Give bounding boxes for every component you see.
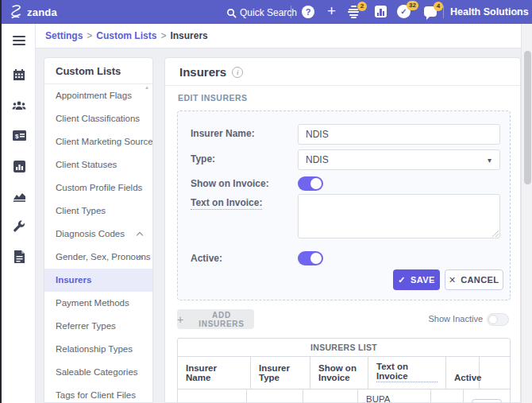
list-item-gender-sex-pronouns[interactable]: Gender, Sex, Pronouns (44, 246, 152, 269)
search-icon[interactable] (226, 7, 237, 21)
list-item-client-classifications[interactable]: Client Classifications (44, 107, 152, 130)
topbar: zanda Quick Search ? + 2 ✓ 32 4 Health S… (0, 0, 532, 24)
breadcrumb-separator: > (160, 30, 166, 41)
svg-text:$: $ (15, 132, 19, 139)
scrollbar-thumb[interactable] (524, 51, 531, 184)
add-insurers-button[interactable]: + ADD INSURERS (177, 309, 254, 329)
breadcrumb-current: Insurers (170, 30, 207, 41)
add-icon[interactable]: + (327, 3, 336, 19)
help-icon[interactable]: ? (302, 6, 314, 18)
breadcrumb: Settings > Custom Lists > Insurers (36, 24, 532, 48)
insurer-name-label: Insurer Name: (191, 128, 255, 139)
insurers-table-title: INSURERS LIST (178, 339, 510, 356)
save-button[interactable]: ✓ SAVE (393, 269, 440, 290)
close-icon: × (449, 275, 457, 285)
window-edge (0, 0, 2, 403)
messages-badge: 4 (434, 2, 443, 11)
list-item-client-statuses[interactable]: Client Statuses (44, 153, 152, 176)
cell-text-on-invoice: BUPA provider number: (358, 389, 431, 403)
col-text-on-invoice: Text on Invoice (368, 357, 446, 389)
resize-handle-icon[interactable] (492, 231, 499, 237)
list-item-payment-methods[interactable]: Payment Methods (44, 292, 152, 315)
cell-show-on-invoice: Yes (303, 389, 358, 403)
app-window: zanda Quick Search ? + 2 ✓ 32 4 Health S… (0, 0, 532, 403)
list-item-relationship-types[interactable]: Relationship Types (44, 338, 152, 361)
plus-icon: + (177, 313, 184, 326)
list-item-referrer-types[interactable]: Referrer Types (44, 315, 152, 338)
cancel-button[interactable]: × CANCEL (445, 269, 503, 290)
save-button-label: SAVE (411, 275, 435, 285)
active-label: Active: (191, 253, 222, 264)
list-item-client-types[interactable]: Client Types (44, 200, 152, 223)
col-insurer-name: Insurer Name (178, 357, 251, 389)
col-text-on-invoice-label: Text on Invoice (376, 362, 438, 382)
cell-insurer-type: Standard (247, 389, 303, 403)
col-insurer-type: Insurer Type (251, 357, 310, 389)
page-title: Insurers (179, 65, 226, 79)
type-select-value: NDIS (306, 154, 329, 165)
list-item-diagnosis-codes[interactable]: Diagnosis Codes (44, 223, 152, 246)
billing-icon[interactable]: $ (12, 128, 26, 142)
breadcrumb-settings[interactable]: Settings (45, 30, 83, 41)
text-on-invoice-label-text: Text on Invoice: (191, 197, 262, 210)
list-item-appointment-flags[interactable]: Appointment Flags (44, 84, 152, 107)
menu-icon[interactable] (12, 33, 26, 48)
active-toggle[interactable] (298, 251, 323, 265)
bar-chart-icon[interactable] (12, 159, 26, 173)
breadcrumb-separator: > (87, 30, 92, 41)
breadcrumb-custom-lists[interactable]: Custom Lists (96, 30, 156, 41)
reports-icon[interactable] (375, 6, 387, 17)
text-on-invoice-label: Text on Invoice: (191, 197, 262, 208)
table-header-row: Insurer Name Insurer Type Show on Invoic… (178, 356, 510, 389)
info-icon[interactable]: i (232, 67, 243, 78)
show-on-invoice-label: Show on Invoice: (191, 178, 269, 189)
add-insurers-label: ADD INSURERS (189, 311, 254, 328)
cancel-button-label: CANCEL (461, 275, 499, 285)
type-select[interactable]: NDIS ▾ (298, 149, 500, 170)
chevron-up-icon (137, 232, 143, 238)
list-item-client-marketing-sources[interactable]: Client Marketing Sources (44, 130, 152, 153)
col-show-on-invoice: Show on Invoice (310, 357, 368, 389)
area-chart-icon[interactable] (12, 189, 26, 203)
topbar-divider (291, 6, 291, 18)
edit-section-title: EDIT INSURERS (178, 93, 248, 103)
insurer-name-input[interactable] (298, 124, 500, 145)
text-on-invoice-textarea[interactable] (298, 194, 500, 238)
cell-active: Yes (431, 389, 464, 403)
chevron-down-icon: ▾ (488, 151, 492, 170)
check-icon: ✓ (398, 275, 406, 285)
col-actions (480, 357, 510, 389)
insurers-panel: Insurers i EDIT INSURERS Insurer Name: T… (164, 57, 521, 403)
show-inactive-label: Show Inactive (427, 314, 483, 324)
type-label: Type: (191, 153, 215, 165)
zanda-logo-icon[interactable] (8, 4, 25, 24)
quick-search-label[interactable]: Quick Search (240, 7, 297, 18)
col-active: Active (446, 357, 480, 389)
tools-icon[interactable] (12, 219, 26, 234)
list-item-tags-for-client-files[interactable]: Tags for Client Files (44, 384, 152, 403)
table-row: BUPA Standard Yes BUPA provider number: … (178, 389, 510, 403)
list-item-custom-profile-fields[interactable]: Custom Profile Fields (44, 176, 152, 200)
calendar-icon[interactable] (12, 68, 26, 82)
clients-icon[interactable] (12, 99, 26, 113)
custom-lists-title: Custom Lists (44, 58, 152, 84)
list-item-insurers[interactable]: Insurers (44, 269, 152, 292)
show-on-invoice-toggle[interactable] (298, 176, 323, 191)
documents-icon[interactable] (12, 250, 26, 264)
row-actions-button[interactable]: ▾ (472, 399, 502, 403)
list-item-label: Gender, Sex, Pronouns (56, 252, 151, 262)
show-inactive-toggle[interactable] (487, 313, 509, 326)
cell-actions: ▾ (464, 389, 510, 403)
list-item-saleable-categories[interactable]: Saleable Categories (44, 361, 152, 384)
custom-lists-panel: Custom Lists ▲ Appointment Flags Client … (44, 57, 153, 403)
logo-wordmark: zanda (27, 6, 57, 18)
insurers-table: INSURERS LIST Insurer Name Insurer Type … (177, 338, 511, 403)
edit-insurers-form: Insurer Name: Type: NDIS ▾ Show on Invoi… (177, 110, 511, 300)
tasks-badge: 32 (407, 1, 418, 10)
list-item-label: Diagnosis Codes (56, 229, 125, 238)
sidebar-rail: $ (2, 24, 36, 403)
chevron-down-icon[interactable]: ▾ (515, 9, 519, 17)
waitlist-badge: 2 (357, 2, 367, 11)
topbar-divider (443, 6, 444, 18)
page-scrollbar[interactable] (521, 24, 532, 403)
